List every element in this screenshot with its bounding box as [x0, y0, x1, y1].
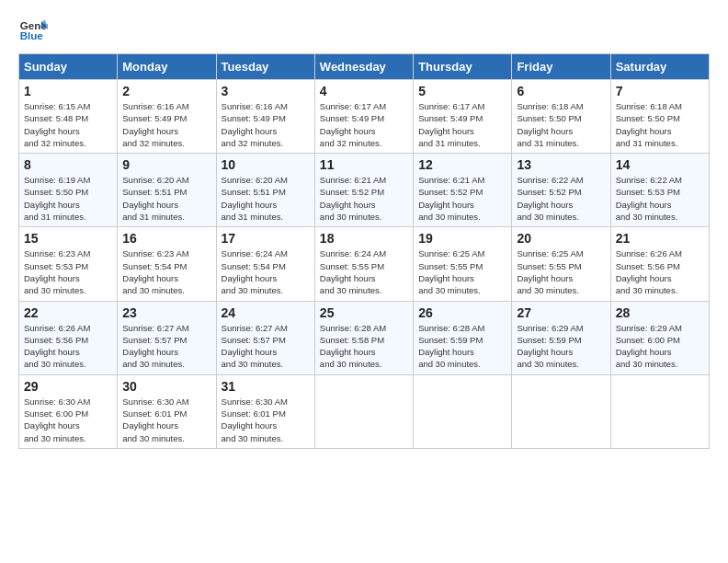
- weekday-header-cell: Wednesday: [314, 54, 413, 80]
- calendar-day-cell: 10 Sunrise: 6:20 AM Sunset: 5:51 PM Dayl…: [216, 154, 314, 227]
- calendar-week-row: 8 Sunrise: 6:19 AM Sunset: 5:50 PM Dayli…: [19, 154, 710, 227]
- header: General Blue: [18, 15, 710, 44]
- day-info: Sunrise: 6:27 AM Sunset: 5:57 PM Dayligh…: [122, 322, 210, 371]
- day-info: Sunrise: 6:21 AM Sunset: 5:52 PM Dayligh…: [320, 174, 408, 223]
- svg-text:Blue: Blue: [20, 30, 44, 41]
- calendar-day-cell: 5 Sunrise: 6:17 AM Sunset: 5:49 PM Dayli…: [414, 80, 512, 154]
- day-number: 2: [122, 84, 210, 98]
- calendar-day-cell: 16 Sunrise: 6:23 AM Sunset: 5:54 PM Dayl…: [118, 227, 216, 301]
- weekday-header-cell: Saturday: [610, 54, 709, 80]
- weekday-header-cell: Thursday: [414, 54, 512, 80]
- day-number: 7: [616, 84, 704, 98]
- day-number: 26: [418, 305, 506, 320]
- calendar-day-cell: 7 Sunrise: 6:18 AM Sunset: 5:50 PM Dayli…: [610, 80, 709, 154]
- calendar-day-cell: 2 Sunrise: 6:16 AM Sunset: 5:49 PM Dayli…: [118, 80, 216, 154]
- calendar-day-cell: 27 Sunrise: 6:29 AM Sunset: 5:59 PM Dayl…: [512, 301, 610, 374]
- day-number: 9: [122, 157, 210, 172]
- day-info: Sunrise: 6:24 AM Sunset: 5:55 PM Dayligh…: [320, 247, 408, 296]
- day-number: 31: [222, 379, 310, 394]
- day-info: Sunrise: 6:23 AM Sunset: 5:53 PM Dayligh…: [24, 247, 112, 296]
- day-info: Sunrise: 6:26 AM Sunset: 5:56 PM Dayligh…: [24, 322, 112, 371]
- day-info: Sunrise: 6:25 AM Sunset: 5:55 PM Dayligh…: [418, 247, 506, 296]
- day-number: 13: [517, 157, 605, 172]
- day-info: Sunrise: 6:20 AM Sunset: 5:51 PM Dayligh…: [122, 174, 210, 223]
- calendar-day-cell: 15 Sunrise: 6:23 AM Sunset: 5:53 PM Dayl…: [19, 227, 118, 301]
- day-number: 22: [24, 305, 112, 320]
- day-info: Sunrise: 6:18 AM Sunset: 5:50 PM Dayligh…: [517, 100, 605, 149]
- day-number: 14: [616, 157, 704, 172]
- day-number: 18: [320, 231, 408, 246]
- calendar-day-cell: [512, 374, 610, 448]
- day-info: Sunrise: 6:16 AM Sunset: 5:49 PM Dayligh…: [122, 100, 210, 149]
- weekday-header-cell: Friday: [512, 54, 610, 80]
- calendar-day-cell: 23 Sunrise: 6:27 AM Sunset: 5:57 PM Dayl…: [118, 301, 216, 374]
- calendar-day-cell: 14 Sunrise: 6:22 AM Sunset: 5:53 PM Dayl…: [610, 154, 709, 227]
- day-number: 5: [418, 84, 506, 98]
- day-number: 20: [517, 231, 605, 246]
- day-number: 28: [616, 305, 704, 320]
- day-info: Sunrise: 6:30 AM Sunset: 6:00 PM Dayligh…: [24, 396, 112, 444]
- day-info: Sunrise: 6:25 AM Sunset: 5:55 PM Dayligh…: [517, 247, 605, 296]
- calendar-day-cell: [610, 374, 709, 448]
- logo: General Blue: [18, 15, 48, 44]
- calendar-table: SundayMondayTuesdayWednesdayThursdayFrid…: [18, 53, 710, 449]
- weekday-header-cell: Monday: [118, 54, 216, 80]
- calendar-day-cell: 20 Sunrise: 6:25 AM Sunset: 5:55 PM Dayl…: [512, 227, 610, 301]
- calendar-day-cell: 13 Sunrise: 6:22 AM Sunset: 5:52 PM Dayl…: [512, 154, 610, 227]
- day-info: Sunrise: 6:30 AM Sunset: 6:01 PM Dayligh…: [222, 396, 310, 444]
- day-info: Sunrise: 6:21 AM Sunset: 5:52 PM Dayligh…: [418, 174, 506, 223]
- calendar-day-cell: 22 Sunrise: 6:26 AM Sunset: 5:56 PM Dayl…: [19, 301, 118, 374]
- day-info: Sunrise: 6:30 AM Sunset: 6:01 PM Dayligh…: [122, 396, 210, 444]
- day-number: 1: [24, 84, 112, 98]
- calendar-day-cell: 1 Sunrise: 6:15 AM Sunset: 5:48 PM Dayli…: [19, 80, 118, 154]
- day-number: 8: [24, 157, 112, 172]
- calendar-day-cell: 6 Sunrise: 6:18 AM Sunset: 5:50 PM Dayli…: [512, 80, 610, 154]
- calendar-day-cell: 24 Sunrise: 6:27 AM Sunset: 5:57 PM Dayl…: [216, 301, 314, 374]
- calendar-day-cell: 8 Sunrise: 6:19 AM Sunset: 5:50 PM Dayli…: [19, 154, 118, 227]
- calendar-day-cell: 17 Sunrise: 6:24 AM Sunset: 5:54 PM Dayl…: [216, 227, 314, 301]
- day-info: Sunrise: 6:29 AM Sunset: 6:00 PM Dayligh…: [616, 322, 704, 371]
- calendar-day-cell: 28 Sunrise: 6:29 AM Sunset: 6:00 PM Dayl…: [610, 301, 709, 374]
- day-number: 27: [517, 305, 605, 320]
- day-info: Sunrise: 6:27 AM Sunset: 5:57 PM Dayligh…: [222, 322, 310, 371]
- day-info: Sunrise: 6:19 AM Sunset: 5:50 PM Dayligh…: [24, 174, 112, 223]
- calendar-day-cell: [414, 374, 512, 448]
- day-info: Sunrise: 6:28 AM Sunset: 5:59 PM Dayligh…: [418, 322, 506, 371]
- calendar-day-cell: 3 Sunrise: 6:16 AM Sunset: 5:49 PM Dayli…: [216, 80, 314, 154]
- day-number: 30: [122, 379, 210, 394]
- day-number: 25: [320, 305, 408, 320]
- day-number: 11: [320, 157, 408, 172]
- calendar-day-cell: 11 Sunrise: 6:21 AM Sunset: 5:52 PM Dayl…: [314, 154, 413, 227]
- day-info: Sunrise: 6:26 AM Sunset: 5:56 PM Dayligh…: [616, 247, 704, 296]
- logo-icon: General Blue: [18, 15, 48, 44]
- day-info: Sunrise: 6:20 AM Sunset: 5:51 PM Dayligh…: [222, 174, 310, 223]
- day-info: Sunrise: 6:22 AM Sunset: 5:52 PM Dayligh…: [517, 174, 605, 223]
- calendar-week-row: 22 Sunrise: 6:26 AM Sunset: 5:56 PM Dayl…: [19, 301, 710, 374]
- day-number: 23: [122, 305, 210, 320]
- calendar-day-cell: 19 Sunrise: 6:25 AM Sunset: 5:55 PM Dayl…: [414, 227, 512, 301]
- calendar-day-cell: 4 Sunrise: 6:17 AM Sunset: 5:49 PM Dayli…: [314, 80, 413, 154]
- day-info: Sunrise: 6:28 AM Sunset: 5:58 PM Dayligh…: [320, 322, 408, 371]
- day-info: Sunrise: 6:29 AM Sunset: 5:59 PM Dayligh…: [517, 322, 605, 371]
- calendar-day-cell: 9 Sunrise: 6:20 AM Sunset: 5:51 PM Dayli…: [118, 154, 216, 227]
- day-info: Sunrise: 6:18 AM Sunset: 5:50 PM Dayligh…: [616, 100, 704, 149]
- calendar-day-cell: 29 Sunrise: 6:30 AM Sunset: 6:00 PM Dayl…: [19, 374, 118, 448]
- weekday-header-cell: Tuesday: [216, 54, 314, 80]
- day-number: 4: [320, 84, 408, 98]
- calendar-week-row: 29 Sunrise: 6:30 AM Sunset: 6:00 PM Dayl…: [19, 374, 710, 448]
- day-info: Sunrise: 6:23 AM Sunset: 5:54 PM Dayligh…: [122, 247, 210, 296]
- calendar-day-cell: 26 Sunrise: 6:28 AM Sunset: 5:59 PM Dayl…: [414, 301, 512, 374]
- calendar-day-cell: [314, 374, 413, 448]
- weekday-header-cell: Sunday: [19, 54, 118, 80]
- day-number: 17: [222, 231, 310, 246]
- day-info: Sunrise: 6:15 AM Sunset: 5:48 PM Dayligh…: [24, 100, 112, 149]
- day-number: 24: [222, 305, 310, 320]
- calendar-body: 1 Sunrise: 6:15 AM Sunset: 5:48 PM Dayli…: [19, 80, 710, 449]
- day-number: 29: [24, 379, 112, 394]
- day-number: 16: [122, 231, 210, 246]
- day-number: 19: [418, 231, 506, 246]
- calendar-week-row: 15 Sunrise: 6:23 AM Sunset: 5:53 PM Dayl…: [19, 227, 710, 301]
- day-number: 12: [418, 157, 506, 172]
- day-number: 10: [222, 157, 310, 172]
- day-number: 21: [616, 231, 704, 246]
